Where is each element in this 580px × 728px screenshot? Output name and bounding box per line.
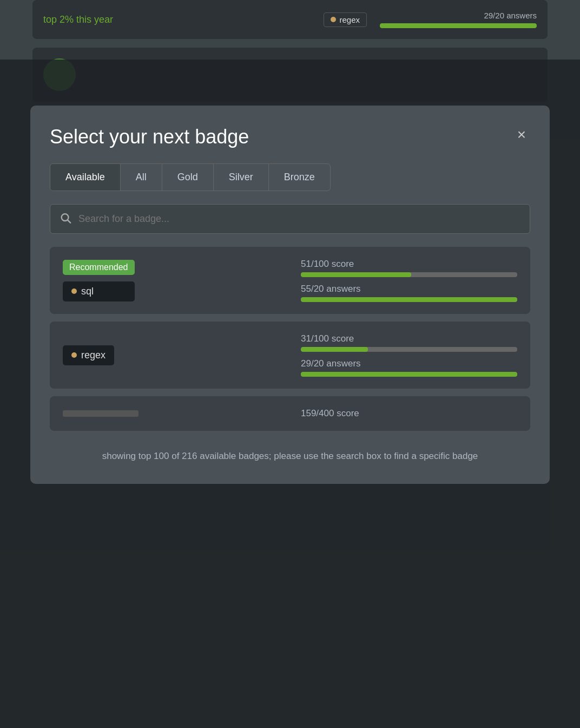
answers-bar-fill-sql xyxy=(301,297,517,302)
answers-bar-bg-regex xyxy=(301,372,517,377)
top-percent-label: top 2% this year xyxy=(43,14,113,25)
score-bar-bg-regex xyxy=(301,347,517,352)
tab-available[interactable]: Available xyxy=(50,164,121,191)
badge-card-right-regex: 31/100 score 29/20 answers xyxy=(301,333,517,377)
badge-card-right-partial: 159/400 score xyxy=(301,408,517,419)
badge-card-sql[interactable]: Recommended sql 51/100 score 55/20 answe… xyxy=(50,247,530,314)
score-stat-sql: 51/100 score xyxy=(301,259,517,277)
tab-silver[interactable]: Silver xyxy=(214,164,269,191)
badge-list: Recommended sql 51/100 score 55/20 answe… xyxy=(50,247,530,431)
modal-header: Select your next badge × xyxy=(50,125,530,148)
tab-gold[interactable]: Gold xyxy=(162,164,214,191)
score-stat-partial: 159/400 score xyxy=(301,408,517,419)
footer-text: showing top 100 of 216 available badges;… xyxy=(102,451,478,461)
answers-bar-fill-regex xyxy=(301,372,517,377)
badge-card-left-regex: regex xyxy=(63,345,114,365)
tab-all[interactable]: All xyxy=(121,164,162,191)
close-button[interactable]: × xyxy=(513,125,530,145)
regex-tag-bg: regex xyxy=(324,12,367,27)
score-bar-fill-regex xyxy=(301,347,368,352)
answers-section-bg: 29/20 answers xyxy=(380,11,537,28)
background-card-1: top 2% this year regex 29/20 answers xyxy=(32,0,548,39)
recommended-label: Recommended xyxy=(63,260,135,275)
regex-dot-icon xyxy=(71,352,77,358)
answers-stat-regex: 29/20 answers xyxy=(301,358,517,377)
svg-line-1 xyxy=(68,220,70,222)
badge-card-left-partial xyxy=(63,410,139,417)
answers-progress-bg xyxy=(380,23,537,28)
search-icon xyxy=(60,212,71,226)
answers-bar-bg-sql xyxy=(301,297,517,302)
partial-tag-placeholder xyxy=(63,410,139,417)
answers-stat-sql: 55/20 answers xyxy=(301,284,517,302)
badge-card-partial[interactable]: 159/400 score xyxy=(50,396,530,431)
score-bar-bg-sql xyxy=(301,272,517,277)
tab-group: Available All Gold Silver Bronze xyxy=(50,163,331,191)
answers-progress-fill xyxy=(380,23,537,28)
badge-card-regex[interactable]: regex 31/100 score 29/20 answers xyxy=(50,322,530,389)
badge-card-left-sql: Recommended sql xyxy=(63,260,135,301)
modal-title: Select your next badge xyxy=(50,125,249,148)
sql-tag: sql xyxy=(63,281,135,301)
sql-dot-icon xyxy=(71,288,77,294)
badge-card-right-sql: 51/100 score 55/20 answers xyxy=(301,259,517,302)
score-bar-fill-sql xyxy=(301,272,411,277)
search-container xyxy=(50,204,530,234)
search-input[interactable] xyxy=(50,204,530,234)
tab-bronze[interactable]: Bronze xyxy=(269,164,330,191)
score-stat-regex: 31/100 score xyxy=(301,333,517,352)
modal-footer: showing top 100 of 216 available badges;… xyxy=(50,444,530,469)
dot-icon xyxy=(331,17,336,22)
badge-select-modal: Select your next badge × Available All G… xyxy=(30,106,550,484)
regex-tag: regex xyxy=(63,345,114,365)
